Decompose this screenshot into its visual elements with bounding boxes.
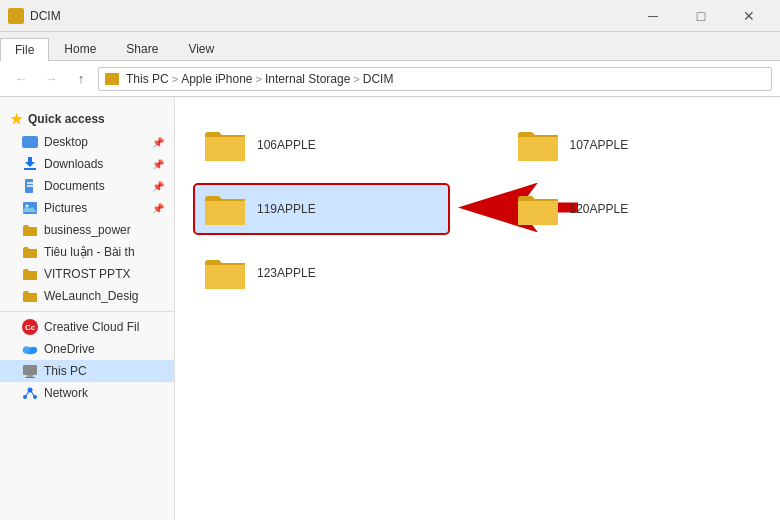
star-icon: ★: [10, 111, 23, 127]
tieu-luan-label: Tiêu luận - Bài th: [44, 245, 135, 259]
path-sep-2: >: [256, 73, 262, 85]
onedrive-icon: [22, 341, 38, 357]
path-sep-1: >: [172, 73, 178, 85]
minimize-button[interactable]: ─: [630, 0, 676, 32]
path-internal-storage: Internal Storage: [265, 72, 350, 86]
sidebar-item-network[interactable]: Network: [0, 382, 174, 404]
folder-item-120apple[interactable]: 120APPLE: [508, 185, 761, 233]
folder-item-123apple[interactable]: 123APPLE: [195, 249, 448, 297]
sidebar-item-downloads[interactable]: Downloads 📌: [0, 153, 174, 175]
folder-icon-119apple: [201, 189, 249, 229]
folder-item-119apple[interactable]: 119APPLE: [195, 185, 448, 233]
sidebar-item-welaunch[interactable]: WeLaunch_Desig: [0, 285, 174, 307]
folder-name-119apple: 119APPLE: [257, 202, 316, 216]
downloads-icon: [22, 156, 38, 172]
path-folder-icon: [105, 73, 119, 85]
tab-home[interactable]: Home: [49, 37, 111, 60]
path-dcim: DCIM: [363, 72, 394, 86]
pictures-icon: [22, 200, 38, 216]
sidebar-item-vitrost[interactable]: VITROST PPTX: [0, 263, 174, 285]
sidebar-item-business-power[interactable]: business_power: [0, 219, 174, 241]
svg-point-7: [23, 346, 30, 353]
creative-cloud-icon: Cc: [22, 319, 38, 335]
svg-point-8: [30, 347, 37, 353]
svg-rect-11: [25, 377, 35, 378]
content-area: 106APPLE 107APPLE: [175, 97, 780, 520]
window-controls: ─ □ ✕: [630, 0, 772, 32]
pin-icon-documents: 📌: [152, 181, 164, 192]
svg-rect-10: [27, 375, 33, 377]
folder-icon-106apple: [201, 125, 249, 165]
welaunch-label: WeLaunch_Desig: [44, 289, 139, 303]
pin-icon-downloads: 📌: [152, 159, 164, 170]
folder-icon-120apple: [514, 189, 562, 229]
sidebar-divider-1: [0, 311, 174, 312]
creative-cloud-label: Creative Cloud Fil: [44, 320, 139, 334]
sidebar-item-desktop[interactable]: Desktop 📌: [0, 131, 174, 153]
address-bar: ← → ↑ This PC > Apple iPhone > Internal …: [0, 61, 780, 97]
quick-access-header: ★ Quick access: [0, 105, 174, 131]
folder-item-106apple[interactable]: 106APPLE: [195, 121, 448, 169]
window-title: DCIM: [30, 9, 61, 23]
sidebar-item-creative-cloud[interactable]: Cc Creative Cloud Fil: [0, 316, 174, 338]
path-this-pc: This PC: [126, 72, 169, 86]
network-icon: [22, 385, 38, 401]
forward-button[interactable]: →: [38, 66, 64, 92]
folder-icon-vt: [22, 266, 38, 282]
onedrive-label: OneDrive: [44, 342, 95, 356]
folder-name-120apple: 120APPLE: [570, 202, 629, 216]
sidebar-item-tieu-luan[interactable]: Tiêu luận - Bài th: [0, 241, 174, 263]
folder-name-106apple: 106APPLE: [257, 138, 316, 152]
business-power-label: business_power: [44, 223, 131, 237]
up-button[interactable]: ↑: [68, 66, 94, 92]
this-pc-icon: [22, 363, 38, 379]
folder-icon-tl: [22, 244, 38, 260]
svg-line-16: [30, 390, 35, 397]
documents-icon: [22, 178, 38, 194]
sidebar-item-onedrive[interactable]: OneDrive: [0, 338, 174, 360]
window-folder-icon: [8, 8, 24, 24]
ribbon-tabs: File Home Share View: [0, 32, 780, 60]
documents-label: Documents: [44, 179, 105, 193]
path-apple-iphone: Apple iPhone: [181, 72, 252, 86]
path-sep-3: >: [353, 73, 359, 85]
folder-name-107apple: 107APPLE: [570, 138, 629, 152]
folder-icon-123apple: [201, 253, 249, 293]
pictures-label: Pictures: [44, 201, 87, 215]
title-bar: DCIM ─ □ ✕: [0, 0, 780, 32]
desktop-icon: [22, 134, 38, 150]
maximize-button[interactable]: □: [678, 0, 724, 32]
folder-grid: 106APPLE 107APPLE: [195, 113, 760, 305]
downloads-label: Downloads: [44, 157, 103, 171]
tab-file[interactable]: File: [0, 38, 49, 61]
folder-item-107apple[interactable]: 107APPLE: [508, 121, 761, 169]
pin-icon-pictures: 📌: [152, 203, 164, 214]
pin-icon-desktop: 📌: [152, 137, 164, 148]
tab-view[interactable]: View: [173, 37, 229, 60]
sidebar: ★ Quick access Desktop 📌 Downloads 📌 Doc…: [0, 97, 175, 520]
quick-access-label: Quick access: [28, 112, 105, 126]
folder-icon-bp: [22, 222, 38, 238]
sidebar-item-this-pc[interactable]: This PC: [0, 360, 174, 382]
ribbon: File Home Share View: [0, 32, 780, 61]
main-layout: ★ Quick access Desktop 📌 Downloads 📌 Doc…: [0, 97, 780, 520]
back-button[interactable]: ←: [8, 66, 34, 92]
vitrost-label: VITROST PPTX: [44, 267, 130, 281]
tab-share[interactable]: Share: [111, 37, 173, 60]
network-label: Network: [44, 386, 88, 400]
svg-rect-9: [23, 365, 37, 375]
folder-name-123apple: 123APPLE: [257, 266, 316, 280]
desktop-label: Desktop: [44, 135, 88, 149]
address-path-bar[interactable]: This PC > Apple iPhone > Internal Storag…: [98, 67, 772, 91]
folder-icon-107apple: [514, 125, 562, 165]
this-pc-label: This PC: [44, 364, 87, 378]
svg-line-15: [25, 390, 30, 397]
sidebar-item-documents[interactable]: Documents 📌: [0, 175, 174, 197]
sidebar-item-pictures[interactable]: Pictures 📌: [0, 197, 174, 219]
svg-rect-0: [24, 168, 36, 170]
close-button[interactable]: ✕: [726, 0, 772, 32]
folder-icon-wl: [22, 288, 38, 304]
